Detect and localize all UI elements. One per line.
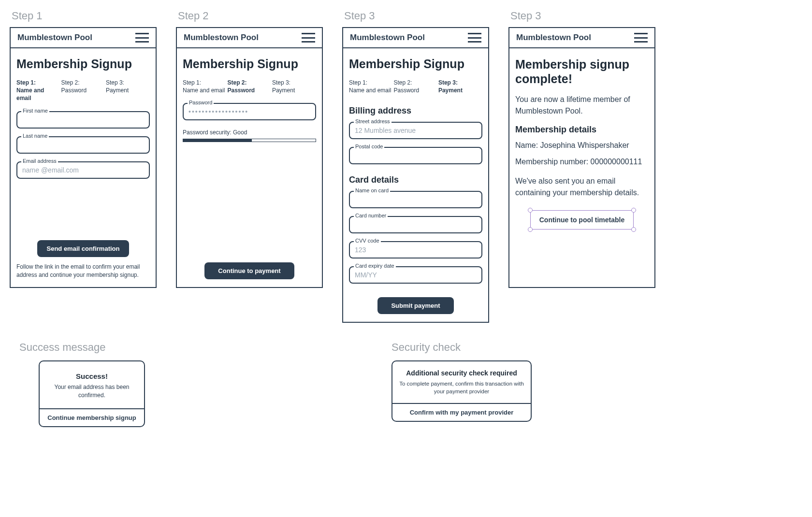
screen4-label: Step 3	[508, 10, 655, 22]
success-section-label: Success message	[19, 341, 213, 354]
member-name: Name: Josephina Whispershaker	[515, 140, 649, 151]
card-number-input[interactable]	[349, 216, 482, 233]
security-action-button[interactable]: Confirm with my payment provider	[392, 403, 531, 421]
page-title: Membership Signup	[349, 57, 482, 71]
screen-step1: Mumblestown Pool Membership Signup Step …	[10, 27, 157, 288]
selection-handle-icon	[631, 208, 636, 213]
success-title: Success!	[47, 372, 136, 380]
helper-text: Follow the link in the email to confirm …	[16, 263, 150, 279]
member-number: Membership number: 000000000111	[515, 156, 649, 168]
hamburger-icon[interactable]	[468, 33, 481, 43]
continue-to-payment-button[interactable]: Continue to payment	[204, 262, 294, 279]
email-notice: We've also sent you an email containing …	[515, 175, 649, 199]
success-text: Your email address has been confirmed.	[47, 383, 136, 400]
password-strength-label: Password security: Good	[183, 129, 316, 136]
brand-title: Mumblestown Pool	[17, 33, 92, 43]
first-name-field: First name	[16, 111, 150, 129]
screen-step3: Mumblestown Pool Membership Signup Step …	[342, 27, 489, 323]
billing-heading: Billing address	[349, 106, 482, 116]
stepper: Step 1: Name and email Step 2: Password …	[183, 79, 316, 94]
hamburger-icon[interactable]	[634, 33, 648, 43]
postal-field: Postal code	[349, 147, 482, 164]
first-name-input[interactable]	[16, 111, 150, 129]
first-name-label: First name	[21, 108, 49, 114]
cvv-field: CVV code	[349, 241, 482, 258]
cvv-input[interactable]	[349, 241, 482, 258]
complete-intro: You are now a lifetime member of Mumbles…	[515, 94, 649, 117]
name-on-card-field: Name on card	[349, 191, 482, 208]
selection-handle-icon	[528, 227, 533, 232]
selection-handle-icon	[528, 208, 533, 213]
send-email-button[interactable]: Send email confirmation	[37, 240, 130, 257]
step3-indicator: Step 3: Payment	[438, 79, 482, 94]
screen-step2: Mumblestown Pool Membership Signup Step …	[176, 27, 323, 288]
password-input[interactable]	[183, 103, 316, 120]
security-text: To complete payment, confirm this transa…	[399, 380, 524, 395]
security-title: Additional security check required	[399, 369, 524, 377]
step1-indicator: Step 1: Name and email	[349, 79, 393, 94]
last-name-label: Last name	[21, 133, 49, 139]
step2-indicator: Step 2: Password	[393, 79, 437, 94]
security-card: Additional security check required To co…	[392, 360, 532, 422]
password-strength-meter	[183, 139, 316, 142]
brand-title: Mumblestown Pool	[516, 33, 591, 43]
email-input[interactable]	[16, 161, 150, 179]
screen1-label: Step 1	[10, 10, 157, 22]
continue-timetable-button[interactable]: Continue to pool timetable	[530, 210, 634, 230]
postal-input[interactable]	[349, 147, 482, 164]
step1-indicator: Step 1: Name and email	[183, 79, 227, 94]
hamburger-icon[interactable]	[135, 33, 149, 43]
page-title: Membership Signup	[183, 57, 316, 71]
expiry-field: Card expiry date	[349, 266, 482, 284]
submit-payment-button[interactable]: Submit payment	[377, 297, 453, 314]
name-on-card-input[interactable]	[349, 191, 482, 208]
screen-complete: Mumblestown Pool Membership signup compl…	[508, 27, 655, 288]
topbar: Mumblestown Pool	[177, 28, 322, 48]
topbar: Mumblestown Pool	[343, 28, 488, 48]
postal-label: Postal code	[354, 144, 384, 149]
street-label: Street address	[354, 118, 392, 124]
step2-indicator: Step 2: Password	[227, 79, 271, 94]
last-name-field: Last name	[16, 136, 150, 154]
screen2-label: Step 2	[176, 10, 323, 22]
card-number-label: Card number	[354, 213, 388, 218]
hamburger-icon[interactable]	[302, 33, 315, 43]
brand-title: Mumblestown Pool	[184, 33, 259, 43]
card-number-field: Card number	[349, 216, 482, 233]
email-field: Email address	[16, 161, 150, 179]
email-label: Email address	[21, 158, 58, 164]
selection-handle-icon	[631, 227, 636, 232]
name-on-card-label: Name on card	[354, 187, 390, 193]
details-heading: Membership details	[515, 125, 649, 135]
expiry-input[interactable]	[349, 266, 482, 284]
brand-title: Mumblestown Pool	[350, 33, 425, 43]
page-title: Membership Signup	[16, 57, 150, 71]
street-field: Street address	[349, 122, 482, 139]
cvv-label: CVV code	[354, 238, 381, 244]
password-label: Password	[188, 100, 214, 105]
step1-indicator: Step 1: Name and email	[16, 79, 60, 102]
topbar: Mumblestown Pool	[509, 28, 654, 48]
security-section-label: Security check	[392, 341, 575, 354]
expiry-label: Card expiry date	[354, 263, 396, 269]
success-action-button[interactable]: Continue membership signup	[40, 408, 144, 426]
success-card: Success! Your email address has been con…	[39, 360, 145, 427]
selection-indicator: Continue to pool timetable	[530, 210, 634, 230]
topbar: Mumblestown Pool	[11, 28, 156, 48]
stepper: Step 1: Name and email Step 2: Password …	[16, 79, 150, 102]
step3-indicator: Step 3: Payment	[106, 79, 150, 102]
step3-indicator: Step 3: Payment	[272, 79, 316, 94]
street-input[interactable]	[349, 122, 482, 139]
step2-indicator: Step 2: Password	[61, 79, 105, 102]
complete-title: Membership signup complete!	[515, 57, 649, 86]
last-name-input[interactable]	[16, 136, 150, 154]
stepper: Step 1: Name and email Step 2: Password …	[349, 79, 482, 94]
card-heading: Card details	[349, 175, 482, 185]
screen3-label: Step 3	[342, 10, 489, 22]
password-field: Password	[183, 103, 316, 120]
